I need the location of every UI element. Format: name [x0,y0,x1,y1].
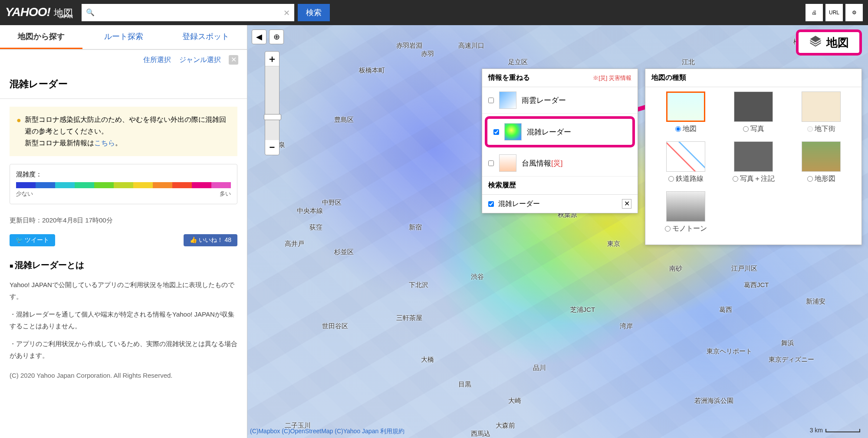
close-icon[interactable]: ✕ [229,55,238,65]
history-header: 検索履歴 [488,181,516,190]
overlay-note: ※[災] 災害情報 [593,74,631,82]
attribution[interactable]: (C)Mapbox (C)OpenStreetMap (C)Yahoo Japa… [250,428,404,435]
type-thumb-icon [666,191,705,222]
overlay-typhoon[interactable]: 台風情報[災] [482,150,638,177]
scale-bar: 3 km [810,427,860,434]
notice-box: ● 新型コロナ感染拡大防止のため、やむを得ない外出の際に混雑回避の参考としてくだ… [10,107,237,156]
type-radio[interactable] [807,126,813,132]
type-label: 地下街 [815,124,835,134]
place-label: 若洲海浜公園 [694,397,733,405]
tab-route[interactable]: ルート探索 [82,25,165,49]
sidebar: 地図から探す ルート探索 登録スポット 住所選択 ジャンル選択 ✕ 混雑レーダー… [0,25,247,438]
type-radio[interactable] [743,126,749,132]
map-type-写真＋注記[interactable]: 写真＋注記 [722,141,785,183]
overlay-rain-label: 雨雲レーダー [522,95,566,105]
zoom-handle[interactable] [264,114,281,120]
place-label: 南砂 [669,265,682,273]
clear-icon[interactable]: ✕ [283,8,290,18]
place-label: 足立区 [508,58,528,66]
layers-button[interactable]: 地図 [796,29,862,56]
zoom-in-button[interactable]: ＋ [265,52,279,66]
type-radio[interactable] [675,126,681,132]
place-label: 下北沢 [409,281,428,289]
zoom-out-button[interactable]: − [265,140,279,155]
notice-text2: 新型コロナ最新情報は [25,139,94,147]
logo[interactable]: YAHOO!地図 JAPAN [5,7,73,19]
place-label: 芝浦JCT [570,306,595,314]
legend-low: 少ない [16,190,33,198]
collapse-button[interactable]: ◀ [252,29,266,44]
type-radio[interactable] [807,176,813,182]
locate-button[interactable]: ⊕ [269,29,284,44]
map-type-地図[interactable]: 地図 [654,92,717,134]
tab-map-search[interactable]: 地図から探す [0,25,82,49]
type-thumb-icon [666,141,705,172]
type-radio[interactable] [733,176,738,182]
place-label: 板橋本町 [359,66,385,75]
settings-button[interactable]: ⚙ [845,4,863,21]
zoom-slider[interactable] [265,66,279,140]
crowd-thumb-icon [504,123,522,141]
tab-spots[interactable]: 登録スポット [164,25,247,49]
copyright: (C) 2020 Yahoo Japan Corporation. All Ri… [0,367,247,383]
search-icon: 🔍 [86,8,95,16]
place-label: 東京ディズニー [769,356,814,364]
legend: 混雑度： 少ない 多い [10,164,237,204]
place-label: 三軒茶屋 [396,314,422,322]
map-type-写真[interactable]: 写真 [722,92,785,134]
type-label: 写真＋注記 [740,174,775,183]
map-type-地形図[interactable]: 地形図 [789,141,853,183]
type-thumb-icon [734,141,773,172]
place-label: 目黒 [458,380,471,389]
crowd-checkbox[interactable] [493,129,499,135]
rain-thumb-icon [499,92,516,109]
map-type-鉄道路線[interactable]: 鉄道路線 [654,141,717,183]
place-label: 渋谷 [471,273,484,281]
type-thumb-icon [666,92,705,122]
type-thumb-icon [734,92,773,122]
history-remove-button[interactable]: ✕ [622,199,631,209]
map-type-モノトーン[interactable]: モノトーン [654,191,717,233]
search-input[interactable] [82,4,294,21]
print-button[interactable]: 🖨 [806,4,823,21]
address-select-link[interactable]: 住所選択 [143,56,171,63]
search-button[interactable]: 検索 [298,4,330,21]
place-label: 大橋 [421,356,434,364]
typhoon-checkbox[interactable] [488,160,494,166]
overlay-rain[interactable]: 雨雲レーダー [482,87,638,114]
place-label: 新宿 [409,223,422,232]
place-label: 湾岸 [620,322,633,330]
rain-checkbox[interactable] [488,98,494,103]
overlay-crowd[interactable]: 混雑レーダー [485,116,635,147]
print-icon: 🖨 [812,10,817,16]
place-label: 東京ヘリポート [707,347,752,356]
place-label: 葛西 [719,306,732,314]
place-label: 荻窪 [309,223,322,232]
url-button[interactable]: URL [825,4,843,21]
place-label: 高速川口 [458,42,484,50]
place-label: 新浦安 [806,297,825,306]
genre-select-link[interactable]: ジャンル選択 [179,56,221,63]
place-label: 世田谷区 [322,322,348,330]
map-type-地下街[interactable]: 地下街 [789,92,853,134]
layers-icon [809,35,822,51]
type-label: 地形図 [815,174,835,183]
page-title: 混雑レーダー [0,70,247,99]
zoom-control: ＋ − [265,51,279,155]
type-radio[interactable] [668,176,674,182]
type-radio[interactable] [665,226,671,232]
header: YAHOO!地図 JAPAN 🔍 ✕ 検索 🖨 URL ⚙ [0,0,868,25]
map[interactable]: 赤羽松戸豊島区中野区新宿秋葉原東京渋谷品川世田谷区江戸川区東京ディズニー東京ヘリ… [247,25,868,438]
tweet-button[interactable]: 🐦 ツイート [10,234,55,246]
place-label: 杉並区 [334,248,354,256]
history-checkbox[interactable] [488,201,494,207]
legend-label: 混雑度： [16,170,231,179]
like-button[interactable]: 👍 いいね！ 48 [184,234,237,246]
map-types-panel: 地図の種類 地図 写真 地下街 鉄道路線 写真＋注記 地形図 モノトーン [645,69,862,245]
place-label: 赤羽 [421,50,434,58]
body-p1: Yahoo! JAPANで公開しているアプリのご利用状況を地図上に表現したもので… [0,279,247,308]
history-label: 混雑レーダー [498,199,540,209]
place-label: 葛西JCT [744,281,769,289]
notice-link[interactable]: こちら [94,139,115,147]
type-label: 地図 [683,124,697,134]
